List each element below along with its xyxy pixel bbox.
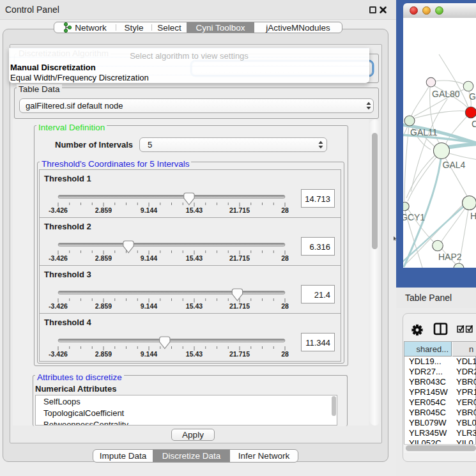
svg-text:9.144: 9.144 <box>141 206 157 214</box>
svg-text:GAL80: GAL80 <box>432 89 460 99</box>
svg-text:-3.426: -3.426 <box>49 254 68 262</box>
svg-text:9.144: 9.144 <box>141 254 157 262</box>
svg-text:21.715: 21.715 <box>229 206 250 214</box>
svg-text:HAP2: HAP2 <box>438 252 462 262</box>
svg-text:28: 28 <box>281 206 289 214</box>
svg-text:2.859: 2.859 <box>95 254 112 262</box>
svg-text:21.715: 21.715 <box>229 254 250 262</box>
svg-text:15.43: 15.43 <box>186 302 203 310</box>
svg-text:15.43: 15.43 <box>186 254 203 262</box>
svg-text:GCY1: GCY1 <box>403 212 425 222</box>
svg-text:GAL11: GAL11 <box>410 127 438 137</box>
svg-text:GA: GA <box>469 91 476 102</box>
svg-text:28: 28 <box>281 302 289 310</box>
svg-text:15.43: 15.43 <box>186 350 203 358</box>
svg-text:2.859: 2.859 <box>95 206 112 214</box>
svg-text:-3.426: -3.426 <box>49 206 68 214</box>
svg-text:-3.426: -3.426 <box>49 350 68 358</box>
svg-text:2.859: 2.859 <box>95 350 112 358</box>
svg-text:21.715: 21.715 <box>229 350 250 358</box>
svg-text:H: H <box>470 211 476 221</box>
svg-text:GAL4: GAL4 <box>443 160 466 170</box>
svg-text:28: 28 <box>281 350 289 358</box>
svg-text:9.144: 9.144 <box>141 350 157 358</box>
svg-text:28: 28 <box>281 254 289 262</box>
svg-text:15.43: 15.43 <box>186 206 203 214</box>
svg-text:-3.426: -3.426 <box>49 302 68 310</box>
svg-text:9.144: 9.144 <box>141 302 157 310</box>
svg-text:21.715: 21.715 <box>229 302 250 310</box>
svg-text:C: C <box>472 119 476 129</box>
svg-text:2.859: 2.859 <box>95 302 112 310</box>
